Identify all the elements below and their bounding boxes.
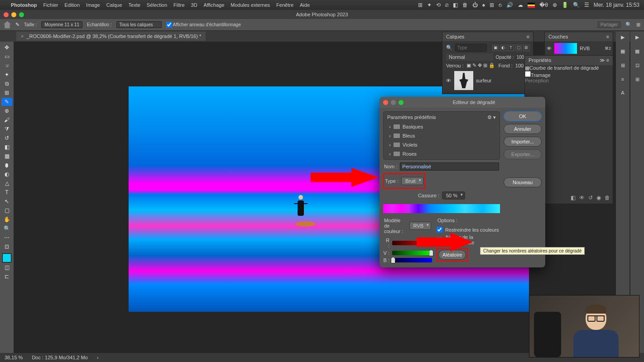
tray-icon[interactable]: ✦ bbox=[427, 2, 432, 8]
preset-icon[interactable]: ▦ bbox=[635, 48, 639, 54]
battery-icon[interactable]: 🔋 bbox=[562, 2, 568, 8]
menu-window[interactable]: Fenêtre bbox=[276, 2, 293, 8]
lasso-tool[interactable]: ⟉ bbox=[1, 62, 12, 70]
home-icon[interactable] bbox=[4, 21, 11, 29]
layers-title[interactable]: Calques bbox=[446, 34, 464, 39]
tray-icon[interactable]: ⟲ bbox=[436, 2, 441, 8]
preset-folder[interactable]: ›Bleus bbox=[384, 131, 500, 140]
menu-text[interactable]: Texte bbox=[129, 2, 140, 8]
blend-mode-select[interactable]: Normal bbox=[446, 53, 493, 61]
sample-select[interactable]: Tous les calques bbox=[116, 21, 162, 28]
eyedropper-tool[interactable]: ✎ bbox=[1, 98, 12, 106]
menu-view[interactable]: Affichage bbox=[204, 2, 225, 8]
filter-adj-icon[interactable]: ◐ bbox=[500, 45, 506, 51]
search-icon[interactable]: 🔍 bbox=[625, 22, 632, 28]
control-center-icon[interactable]: ☰ bbox=[584, 2, 589, 8]
menu-layer[interactable]: Calque bbox=[106, 2, 122, 8]
dialog-close-button[interactable] bbox=[383, 100, 388, 105]
dodge-tool[interactable]: ◐ bbox=[1, 170, 12, 178]
minimize-window-button[interactable] bbox=[11, 12, 16, 17]
more-tools[interactable]: ⋯ bbox=[1, 233, 12, 242]
share-button[interactable]: Partager bbox=[597, 21, 621, 28]
filter-search-icon[interactable]: 🔍 bbox=[446, 45, 452, 51]
history-icon[interactable]: ▶ bbox=[635, 34, 639, 40]
gradient-tool[interactable]: ▦ bbox=[1, 152, 12, 160]
type-tool[interactable]: T bbox=[1, 188, 12, 196]
toggle-icon[interactable]: ◉ bbox=[596, 195, 601, 201]
gear-icon[interactable]: ⚙ ▾ bbox=[487, 114, 496, 120]
type-select[interactable]: Bruit bbox=[401, 177, 423, 185]
close-window-button[interactable] bbox=[4, 12, 9, 17]
v-slider[interactable] bbox=[392, 251, 432, 255]
export-button[interactable]: Exporter... bbox=[504, 149, 542, 159]
preset-folder[interactable]: ›Violets bbox=[384, 140, 500, 149]
path-tool[interactable]: ↖ bbox=[1, 197, 12, 205]
restrict-colors-checkbox[interactable] bbox=[437, 227, 442, 233]
doc-size[interactable]: Doc : 125,9 Mo/341,2 Mo bbox=[32, 355, 88, 360]
screenmode-tool[interactable]: ⊏ bbox=[1, 272, 12, 281]
tray-icon[interactable]: ☁ bbox=[518, 2, 523, 8]
reset-icon[interactable]: ↺ bbox=[588, 195, 593, 201]
crop-tool[interactable]: ⧉ bbox=[1, 80, 12, 88]
zoom-level[interactable]: 38,15 % bbox=[5, 355, 23, 360]
show-ring-checkbox[interactable] bbox=[166, 22, 172, 28]
pen-tool[interactable]: △ bbox=[1, 179, 12, 187]
new-button[interactable]: Nouveau bbox=[504, 177, 542, 187]
document-tab[interactable]: × _ROC0606-Modifier-2.psd @ 38,2% (Courb… bbox=[16, 32, 206, 41]
visibility-icon[interactable]: 👁 bbox=[446, 78, 452, 83]
move-tool[interactable]: ✥ bbox=[1, 43, 12, 52]
zoom-tool[interactable]: 🔍 bbox=[1, 224, 12, 233]
brush-tool[interactable]: 🖌 bbox=[1, 116, 12, 124]
frame-tool[interactable]: ⊞ bbox=[1, 89, 12, 97]
tray-icon[interactable]: ⏻ bbox=[472, 2, 478, 8]
filter-type-icon[interactable]: T bbox=[508, 45, 514, 51]
close-tab-icon[interactable]: × bbox=[21, 33, 24, 39]
panel-menu-icon[interactable]: ≡ bbox=[527, 34, 529, 39]
method-label[interactable]: Perception bbox=[525, 78, 549, 83]
view-prev-icon[interactable]: 👁 bbox=[579, 195, 585, 201]
char-icon[interactable]: A bbox=[621, 90, 624, 95]
nav-icon[interactable]: ⊞ bbox=[635, 76, 639, 82]
filter-shape-icon[interactable]: ▢ bbox=[515, 45, 522, 51]
tray-icon[interactable]: ♠ bbox=[482, 2, 485, 8]
preset-folder[interactable]: ›Roses bbox=[384, 149, 500, 158]
tray-icon[interactable]: ⊞ bbox=[418, 2, 423, 8]
tray-icon[interactable]: ⎚ bbox=[445, 2, 448, 8]
menu-image[interactable]: Image bbox=[86, 2, 100, 8]
menu-selection[interactable]: Sélection bbox=[147, 2, 167, 8]
trash-icon[interactable]: 🗑 bbox=[605, 195, 610, 201]
layer-name[interactable]: surfeur bbox=[476, 78, 491, 83]
channels-title[interactable]: Couches bbox=[548, 34, 568, 39]
layer-row[interactable]: 👁 surfeur bbox=[444, 69, 531, 92]
menu-3d[interactable]: 3D bbox=[191, 2, 197, 8]
marquee-tool[interactable]: ▭ bbox=[1, 52, 12, 61]
panel-menu-icon[interactable]: ≫ ≡ bbox=[600, 57, 609, 63]
lock-icons[interactable]: ▣ ✎ ✥ ⊞ 🔒 bbox=[466, 62, 495, 68]
ok-button[interactable]: OK bbox=[504, 111, 542, 121]
play-icon[interactable]: ▶ bbox=[621, 34, 625, 40]
status-chevron-icon[interactable]: › bbox=[97, 355, 99, 360]
dialog-zoom-button[interactable] bbox=[399, 100, 404, 105]
eraser-tool[interactable]: ◧ bbox=[1, 143, 12, 151]
menu-edit[interactable]: Edition bbox=[64, 2, 80, 8]
randomize-button[interactable]: Aléatoire bbox=[438, 250, 466, 260]
roughness-value[interactable]: 50 % bbox=[442, 191, 465, 200]
menu-plugins[interactable]: Modules externes bbox=[231, 2, 270, 8]
eyedropper-tool-icon[interactable]: ✎ bbox=[15, 22, 19, 28]
size-select[interactable]: Moyenne 11 x 11 bbox=[41, 21, 82, 28]
shape-tool[interactable]: ▢ bbox=[1, 206, 12, 214]
hand-tool[interactable]: ✋ bbox=[1, 215, 12, 224]
tray-icon[interactable]: 🗑 bbox=[462, 2, 468, 8]
color-model-select[interactable]: RVB bbox=[409, 222, 431, 230]
blur-tool[interactable]: ⬮ bbox=[1, 161, 12, 169]
menu-file[interactable]: Fichier bbox=[43, 2, 58, 8]
import-button[interactable]: Importer... bbox=[504, 137, 542, 147]
app-name[interactable]: Photoshop bbox=[11, 2, 37, 8]
stamp-tool[interactable]: ⧩ bbox=[1, 125, 12, 133]
clock[interactable]: Mer. 18 janv. 15:53 bbox=[594, 2, 639, 8]
filter-pixel-icon[interactable]: ▣ bbox=[492, 45, 499, 51]
layer-filter-input[interactable] bbox=[455, 44, 487, 52]
dither-checkbox[interactable] bbox=[525, 71, 531, 77]
preset-folder[interactable]: ›Basiques bbox=[384, 122, 500, 131]
panel-menu-icon[interactable]: ≡ bbox=[606, 34, 609, 39]
